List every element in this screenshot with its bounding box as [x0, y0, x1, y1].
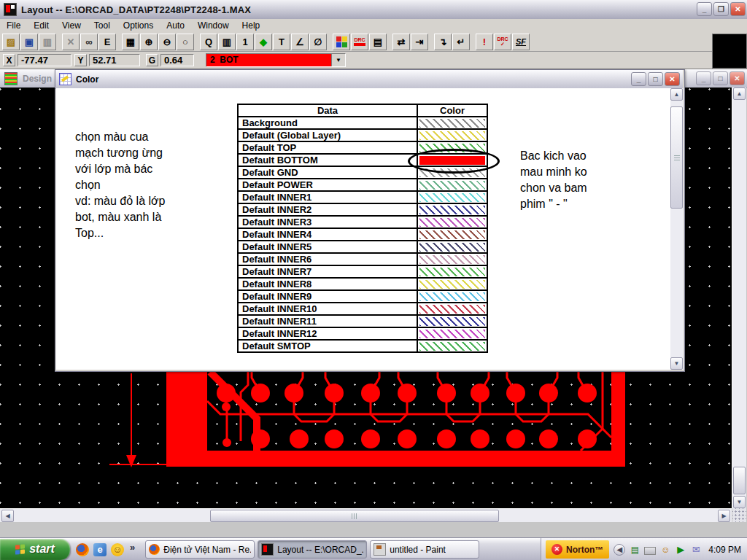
- chevron-down-icon[interactable]: ▼: [331, 54, 345, 66]
- color-swatch[interactable]: [419, 317, 485, 326]
- design-horizontal-scrollbar[interactable]: ◀ ▶: [0, 508, 732, 523]
- shove-button[interactable]: ⇥: [411, 34, 428, 50]
- menu-tool[interactable]: Tool: [88, 20, 117, 31]
- scroll-left-icon[interactable]: ◀: [1, 510, 14, 522]
- tray-flag-icon[interactable]: ▶: [675, 544, 686, 556]
- edit-route-button[interactable]: ↵: [452, 34, 470, 50]
- start-button[interactable]: start: [0, 539, 70, 560]
- close-button[interactable]: ✕: [730, 2, 746, 16]
- zoom-all-button[interactable]: ○: [177, 34, 194, 50]
- color-swatch-cell[interactable]: [417, 278, 487, 290]
- obstacle-button[interactable]: ◆: [255, 34, 272, 50]
- reconnect-button[interactable]: ⇄: [392, 34, 410, 50]
- color-swatch-cell[interactable]: [417, 154, 487, 166]
- scroll-right-icon[interactable]: ▶: [718, 510, 730, 522]
- color-swatch-cell[interactable]: [417, 290, 487, 303]
- dialog-vertical-scrollbar[interactable]: ▲ ▼: [670, 88, 684, 370]
- color-swatch-cell[interactable]: [417, 141, 487, 154]
- messenger-icon[interactable]: ☺: [111, 543, 124, 556]
- netlist-button[interactable]: ▤: [369, 34, 387, 50]
- tray-messenger-icon[interactable]: ☺: [659, 544, 671, 556]
- minimize-button[interactable]: _: [697, 2, 712, 16]
- menu-edit[interactable]: Edit: [27, 20, 55, 31]
- color-swatch-cell[interactable]: [417, 265, 487, 278]
- design-close-button[interactable]: ✕: [729, 71, 745, 85]
- drc-button[interactable]: DRC: [351, 34, 368, 50]
- scroll-up-icon[interactable]: ▲: [733, 88, 746, 100]
- text-button[interactable]: T: [273, 34, 290, 50]
- restore-button[interactable]: ❐: [713, 2, 729, 16]
- firefox-icon[interactable]: [76, 543, 89, 556]
- color-swatch-cell[interactable]: [417, 315, 487, 327]
- color-swatch-cell[interactable]: [417, 253, 487, 265]
- drc-check-button[interactable]: DRC✓: [494, 34, 511, 50]
- menu-view[interactable]: View: [55, 20, 88, 31]
- color-swatch[interactable]: [419, 144, 485, 152]
- open-button[interactable]: ▨: [2, 34, 20, 50]
- color-swatch[interactable]: [419, 218, 485, 227]
- menu-window[interactable]: Window: [191, 20, 236, 31]
- color-swatch[interactable]: [419, 268, 485, 276]
- color-swatch[interactable]: [419, 255, 485, 264]
- color-swatch-cell[interactable]: [417, 216, 487, 228]
- color-swatch-cell[interactable]: [417, 327, 487, 340]
- error-button[interactable]: !: [476, 34, 493, 50]
- dimension-button[interactable]: ∠: [291, 34, 309, 50]
- scroll-up-icon[interactable]: ▲: [670, 88, 683, 101]
- color-swatch[interactable]: [419, 168, 485, 177]
- printer-icon[interactable]: [644, 547, 656, 555]
- resize-grip[interactable]: [732, 508, 746, 522]
- y-coordinate-field[interactable]: 52.71: [89, 54, 140, 66]
- color-dialog-titlebar[interactable]: Color _ □ ✕: [55, 70, 683, 89]
- internet-explorer-icon[interactable]: e: [93, 543, 107, 556]
- no-connect-button[interactable]: ∅: [309, 34, 327, 50]
- component-button[interactable]: ▥: [218, 34, 236, 50]
- delete-button[interactable]: ✕: [62, 34, 80, 50]
- color-swatch[interactable]: [419, 292, 485, 301]
- menu-options[interactable]: Options: [117, 20, 160, 31]
- dialog-close-button[interactable]: ✕: [665, 72, 680, 86]
- color-swatch[interactable]: [419, 193, 485, 202]
- find-button[interactable]: ∞: [80, 34, 98, 50]
- design-vertical-scrollbar[interactable]: ▲ ▼: [732, 88, 746, 508]
- sf-button[interactable]: SF: [512, 34, 530, 50]
- design-maximize-button[interactable]: □: [713, 71, 728, 85]
- x-coordinate-field[interactable]: -77.47: [18, 54, 71, 66]
- route-button[interactable]: ↴: [434, 34, 452, 50]
- dialog-minimize-button[interactable]: _: [631, 72, 646, 86]
- color-swatch-cell[interactable]: [417, 166, 487, 179]
- library-button[interactable]: ▥: [39, 34, 56, 50]
- color-swatch-cell[interactable]: [417, 179, 487, 191]
- color-swatch-cell[interactable]: [417, 191, 487, 203]
- color-swatch[interactable]: [419, 305, 485, 314]
- colors-button[interactable]: [333, 34, 350, 50]
- layer-selector[interactable]: 2 BOT ▼: [206, 53, 346, 67]
- menu-auto[interactable]: Auto: [160, 20, 191, 31]
- scroll-down-icon[interactable]: ▼: [733, 496, 746, 508]
- color-swatch-cell[interactable]: [417, 203, 487, 216]
- color-swatch[interactable]: [419, 156, 485, 165]
- color-swatch[interactable]: [419, 280, 485, 289]
- zoom-in-button[interactable]: ⊕: [140, 34, 158, 50]
- color-swatch-cell[interactable]: [417, 241, 487, 253]
- tray-collapse-chevron-icon[interactable]: ◀: [614, 544, 625, 556]
- color-swatch[interactable]: [419, 342, 485, 351]
- query-button[interactable]: Q: [200, 34, 217, 50]
- edit-button[interactable]: E: [98, 34, 116, 50]
- color-swatch-cell[interactable]: [417, 117, 487, 129]
- spreadsheet-button[interactable]: ▦: [122, 34, 139, 50]
- design-hscroll-thumb[interactable]: [210, 510, 499, 522]
- save-button[interactable]: ▣: [20, 34, 38, 50]
- color-swatch[interactable]: [419, 206, 485, 214]
- color-swatch[interactable]: [419, 181, 485, 190]
- color-swatch-cell[interactable]: [417, 228, 487, 241]
- color-swatch[interactable]: [419, 131, 485, 140]
- overflow-chevron-icon[interactable]: »: [130, 542, 135, 553]
- color-swatch[interactable]: [419, 230, 485, 239]
- dialog-vscroll-thumb[interactable]: [670, 106, 683, 209]
- design-vscroll-thumb[interactable]: [733, 467, 746, 494]
- grid-field[interactable]: 0.64: [160, 54, 194, 66]
- color-swatch-cell[interactable]: [417, 340, 487, 352]
- taskbar-task-layout[interactable]: Layout -- E:\ORCAD_...: [258, 540, 367, 559]
- color-swatch[interactable]: [419, 330, 485, 338]
